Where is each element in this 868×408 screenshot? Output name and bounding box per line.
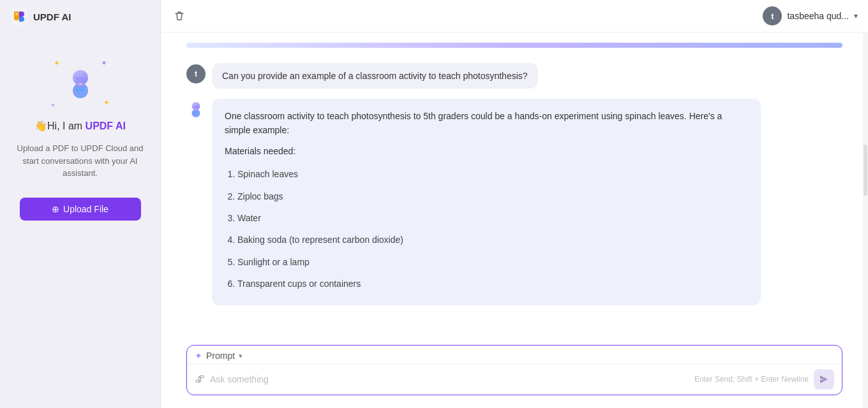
scrollbar-thumb	[864, 145, 867, 196]
prompt-label: Prompt	[206, 351, 235, 361]
sparkle-icon-tr: ✦	[101, 59, 107, 68]
user-message-bubble: Can you provide an example of a classroo…	[212, 63, 538, 89]
upload-file-button[interactable]: ⊕ Upload File	[20, 198, 141, 221]
updf-logo-icon	[10, 8, 28, 26]
prompt-sparkle-icon: ✦	[195, 351, 202, 361]
top-gradient-bar	[186, 43, 842, 48]
ai-main-logo	[64, 68, 97, 101]
greeting-text: 👋Hi, I am UPDF AI	[34, 120, 126, 132]
list-item: Spinach leaves	[237, 163, 748, 185]
sidebar-title: UPDF AI	[33, 11, 71, 22]
user-message-text: Can you provide an example of a classroo…	[222, 71, 528, 81]
chat-input[interactable]	[210, 374, 689, 384]
input-container: ✦ Prompt ▾ 🖇 Enter Send; Shift + Enter N…	[186, 345, 842, 395]
scrollbar-track[interactable]	[863, 32, 868, 408]
ai-logo-container: ✦ ✦ + ✦	[49, 59, 112, 110]
sidebar-subtitle: Upload a PDF to UPDF Cloud and start con…	[13, 142, 147, 180]
input-row: 🖇 Enter Send; Shift + Enter Newline	[187, 364, 842, 395]
ai-avatar-small	[186, 100, 206, 119]
user-message-row: t Can you provide an example of a classr…	[186, 63, 842, 89]
ai-message-bubble: One classroom activity to teach photosyn…	[212, 99, 761, 305]
sidebar-content: ✦ ✦ + ✦ 👋Hi, I am UPDF AI	[0, 33, 160, 408]
input-hint: Enter Send; Shift + Enter Newline	[694, 375, 809, 384]
trash-icon	[174, 10, 185, 22]
materials-title: Materials needed:	[225, 144, 748, 158]
input-toolbar: ✦ Prompt ▾	[187, 346, 842, 364]
user-avatar: t	[763, 6, 782, 26]
attach-icon[interactable]: 🖇	[195, 374, 205, 385]
sidebar-header: UPDF AI	[0, 0, 160, 33]
upload-button-label: Upload File	[63, 204, 108, 214]
materials-list: Spinach leaves Ziploc bags Water Baking …	[225, 163, 748, 295]
send-button[interactable]	[814, 369, 834, 390]
ai-response-intro: One classroom activity to teach photosyn…	[225, 109, 748, 138]
ai-message-row: One classroom activity to teach photosyn…	[186, 99, 842, 305]
svg-point-1	[15, 13, 18, 15]
delete-button[interactable]	[171, 8, 188, 24]
user-avatar-small: t	[186, 64, 206, 84]
sidebar: UPDF AI ✦ ✦ + ✦	[0, 0, 161, 408]
input-area: ✦ Prompt ▾ 🖇 Enter Send; Shift + Enter N…	[161, 337, 868, 408]
list-item: Baking soda (to represent carbon dioxide…	[237, 229, 748, 251]
sparkle-icon-tl: ✦	[54, 59, 60, 68]
list-item: Sunlight or a lamp	[237, 251, 748, 273]
chevron-down-icon: ▾	[854, 11, 858, 20]
sparkle-icon-br: ✦	[103, 98, 110, 107]
main-content: t tasbeeha qud... ▾ t Can you provide an…	[161, 0, 868, 408]
list-item: Transparent cups or containers	[237, 273, 748, 295]
prompt-chevron-icon: ▾	[239, 352, 243, 360]
upload-icon: ⊕	[52, 204, 59, 214]
list-item: Ziploc bags	[237, 186, 748, 207]
chat-area[interactable]: t Can you provide an example of a classr…	[161, 33, 868, 337]
top-bar: t tasbeeha qud... ▾	[161, 0, 868, 33]
user-info[interactable]: t tasbeeha qud... ▾	[763, 6, 858, 26]
sparkle-icon-bl: +	[51, 101, 56, 110]
user-name: tasbeeha qud...	[787, 11, 849, 21]
send-icon	[819, 374, 829, 384]
list-item: Water	[237, 207, 748, 229]
ai-logo-small	[187, 101, 205, 119]
